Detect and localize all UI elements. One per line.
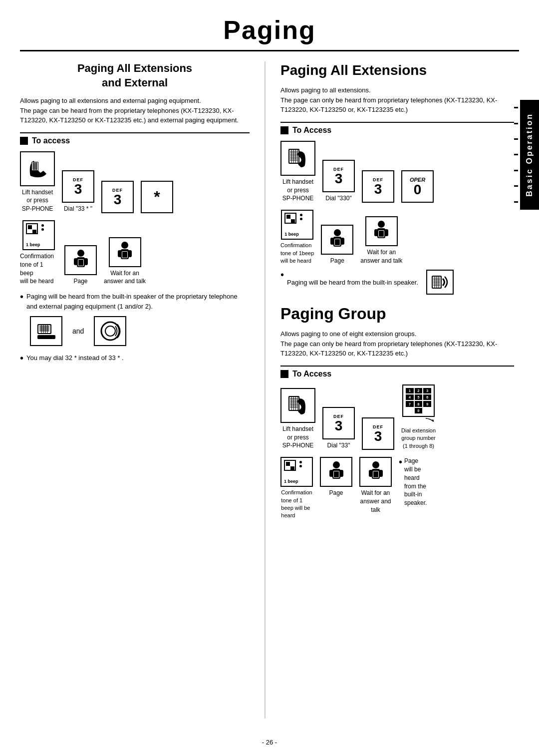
left-digit3b: 3 <box>114 193 122 207</box>
left-to-access-heading: To access <box>20 132 250 145</box>
right-confirmation-label: Confirmation tone of 1beep will be heard <box>280 242 314 265</box>
left-desk-phone-icon <box>30 316 62 346</box>
paging-group-dial-row1: Lift handset or press SP-PHONE DEF 3 Dia… <box>280 384 514 450</box>
pg-confirmation-label: Confirmation tone of 1 beep will be hear… <box>281 489 312 520</box>
page-title: Paging <box>20 15 519 45</box>
svg-rect-18 <box>78 260 83 266</box>
right-digit3b: 3 <box>374 182 382 196</box>
right-page-group: Page <box>321 225 353 265</box>
right-page-label: Page <box>330 257 344 265</box>
left-dial-def3b: DEF 3 <box>101 181 134 213</box>
right-digit3a: 3 <box>335 172 343 186</box>
left-bullet1-text: Paging will be heard from the built-in s… <box>26 292 250 311</box>
left-dial-label: Dial "33 * " <box>64 205 92 213</box>
right-wait-icon <box>365 216 398 246</box>
edge-mark <box>514 154 518 155</box>
svg-rect-62 <box>384 229 388 236</box>
pg-digit3b: 3 <box>374 429 382 443</box>
bullet-dot-1: • <box>20 292 23 311</box>
left-phone-group: Lift handset or press SP-PHONE <box>20 151 55 213</box>
left-dial-def3a-group: DEF 3 Dial "33 * " <box>62 170 94 213</box>
right-to-access-heading: To Access <box>280 122 514 135</box>
pg-numpad-arrow <box>402 417 435 425</box>
svg-point-53 <box>334 229 341 236</box>
left-confirmation-label: Confirmation tone of 1 beep will be hear… <box>20 252 57 286</box>
svg-rect-91 <box>329 470 333 477</box>
right-dial-def3b: DEF 3 <box>362 170 394 203</box>
right-step2-row: 1 beep Confirmation tone of 1beep will b… <box>280 210 514 265</box>
svg-rect-97 <box>369 470 373 477</box>
svg-rect-37 <box>37 335 55 339</box>
paging-group-to-access-square <box>280 370 288 378</box>
left-page-group: Page <box>64 245 97 286</box>
left-dial-row1: Lift handset or press SP-PHONE DEF 3 Dia… <box>20 151 250 213</box>
page-container: Basic Operation Paging Paging All Extens… <box>0 0 539 756</box>
svg-rect-22 <box>128 250 132 257</box>
pg-ext-label: Dial extension group number (1 through 8… <box>401 427 436 450</box>
svg-rect-98 <box>379 470 383 477</box>
page-person-svg <box>69 248 93 272</box>
pg-digit3a: 3 <box>335 419 343 433</box>
paging-group-to-access: To Access <box>280 366 514 378</box>
svg-point-13 <box>77 250 84 257</box>
left-confirmation-icon: 1 beep <box>22 220 55 250</box>
left-dial-def3b-group: DEF 3 <box>101 181 134 213</box>
right-oper-button: OPER 0 <box>401 170 434 203</box>
svg-point-95 <box>372 461 379 468</box>
left-dial-def3a: DEF 3 <box>62 170 94 203</box>
svg-rect-55 <box>330 238 334 245</box>
star-symbol: * <box>154 188 160 206</box>
left-to-access-label: To access <box>32 136 70 145</box>
paging-group-to-access-label: To Access <box>292 370 331 378</box>
right-wait-label: Wait for an answer and talk <box>360 248 402 265</box>
pg-wait-person-svg <box>364 460 388 484</box>
right-dial-def3b-group: DEF 3 <box>362 170 394 203</box>
right-phone-group: Lift handset or press SP-PHONE <box>280 141 315 203</box>
right-to-access-label: To Access <box>292 126 331 135</box>
left-and-row: and <box>30 316 250 346</box>
pg-page-person-svg <box>324 460 348 484</box>
left-column: Paging All Extensions and External Allow… <box>20 61 250 719</box>
svg-rect-61 <box>374 229 378 236</box>
pg-dial-def3a-group: DEF 3 Dial "33" <box>322 407 355 450</box>
right-bullet1-text: Paging will be heard from the built-in s… <box>287 278 418 288</box>
right-handset-svg <box>287 147 309 169</box>
right-dial-def3a: DEF 3 <box>322 160 355 192</box>
edge-mark <box>514 123 518 124</box>
edge-mark <box>514 201 518 203</box>
pg-phone-icon <box>280 388 315 423</box>
svg-point-59 <box>378 221 385 228</box>
right-dial-def3a-group: DEF 3 Dial "330" <box>322 160 355 203</box>
left-step2-row: 1 beep Confirmation tone of 1 beep will … <box>20 220 250 286</box>
left-wait-icon <box>109 237 141 267</box>
bullet-dot-2: • <box>20 353 23 363</box>
curved-arrow-svg <box>425 417 435 423</box>
right-oper-group: OPER 0 <box>401 170 434 203</box>
pg-wait-group: Wait for an answer and talk <box>359 457 392 514</box>
left-phone-icon <box>20 151 55 186</box>
wait-person-svg <box>113 240 137 264</box>
edge-mark <box>514 185 518 187</box>
right-dial-label: Dial "330" <box>325 194 352 203</box>
pg-dial-def3b-group: DEF 3 <box>362 417 394 450</box>
right-heading: Paging All Extensions <box>280 61 514 79</box>
svg-rect-77 <box>289 397 298 410</box>
pg-page-group: Page <box>320 457 352 497</box>
right-page-person-svg <box>325 228 349 252</box>
svg-rect-94 <box>334 471 339 477</box>
radio-svg <box>98 319 123 344</box>
edge-mark <box>514 107 518 108</box>
left-digit3a: 3 <box>74 182 82 196</box>
left-bullet2: • You may dial 32 * instead of 33 * . <box>20 353 250 363</box>
svg-point-19 <box>121 242 128 249</box>
pg-confirmation-icon: 1 beep <box>280 457 313 487</box>
svg-rect-64 <box>379 231 384 237</box>
pg-dial-def3a: DEF 3 <box>322 407 355 439</box>
main-content: Paging All Extensions and External Allow… <box>0 51 539 729</box>
right-confirmation-icon: 1 beep <box>281 210 313 240</box>
pg-lift-label: Lift handset or press SP-PHONE <box>282 425 314 450</box>
pg-confirmation-group: 1 beep Confirmation tone of 1 beep will … <box>280 457 313 520</box>
left-bullet2-text: You may dial 32 * instead of 33 * . <box>26 353 124 363</box>
pg-page-icon <box>320 457 352 487</box>
pg-dial-def3b: DEF 3 <box>362 417 394 450</box>
